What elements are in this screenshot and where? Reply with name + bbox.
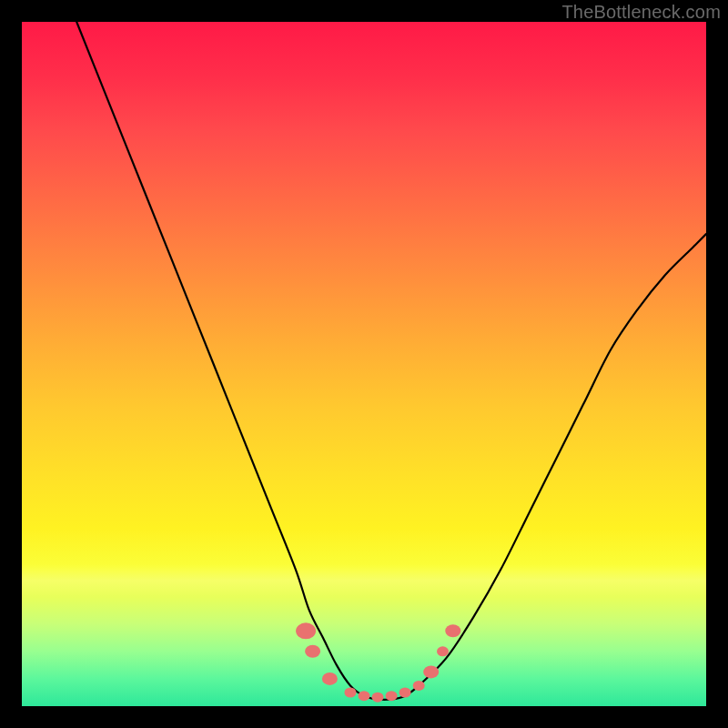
curve-marker [386, 691, 398, 701]
curve-marker [305, 645, 320, 658]
curve-marker [345, 688, 357, 698]
plot-area [22, 22, 706, 706]
watermark-text: TheBottleneck.com [561, 2, 721, 23]
curve-marker [359, 691, 370, 701]
curve-marker [423, 665, 439, 678]
bottleneck-curve [76, 22, 706, 700]
curve-marker [296, 622, 316, 639]
chart-svg [22, 22, 706, 706]
curve-marker [437, 646, 449, 656]
curve-marker [445, 624, 460, 637]
curve-marker [372, 693, 384, 703]
chart-frame: TheBottleneck.com [0, 0, 728, 728]
curve-marker [399, 688, 411, 698]
curve-marker [322, 672, 338, 685]
curve-marker [413, 681, 425, 691]
